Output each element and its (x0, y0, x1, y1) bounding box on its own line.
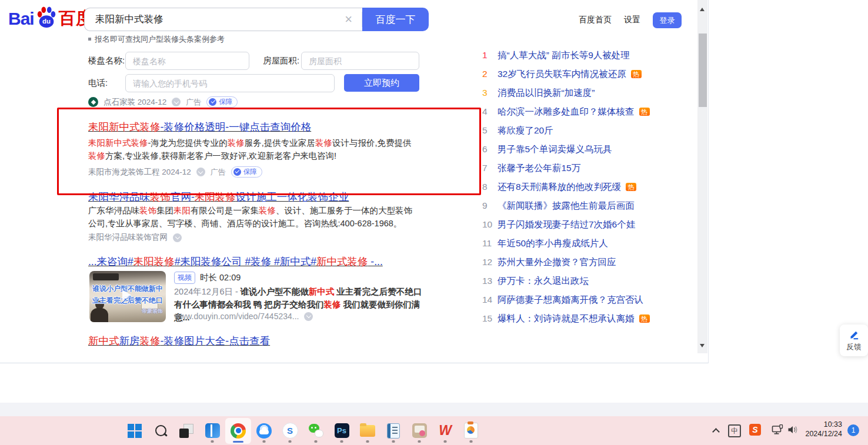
hot-item-10[interactable]: 10 男子闪婚发现妻子结过7次婚6个娃 (482, 215, 701, 234)
hot-item-link[interactable]: 伊万卡：永久退出政坛 (498, 275, 589, 287)
hot-item-9[interactable]: 9 《新闻联播》披露他生前最后画面 (482, 196, 701, 215)
notification-badge[interactable]: 1 (847, 424, 859, 436)
hot-item-3[interactable]: 3 消费品以旧换新“加速度” (482, 83, 701, 102)
page-scrollbar[interactable] (697, 0, 707, 353)
thumbnail-ceiling-vent (93, 273, 119, 280)
result3-title-link[interactable]: ...来咨询#耒阳装修#耒阳装修公司 #装修 #新中式#新中式装修 -... (88, 255, 383, 269)
tray-chevron-up-icon[interactable] (713, 427, 719, 433)
result3-url[interactable]: www.douyin.com/video/7445234... (174, 312, 299, 321)
form-teaser: 报名即可查找同户型装修头条案例参考 (88, 35, 335, 43)
hot-item-link[interactable]: 消费品以旧换新“加速度” (498, 87, 595, 99)
cloud-app-icon (256, 423, 272, 439)
result1-title-link[interactable]: 耒阳新中式装修-装修价格透明-一键点击查询价格 (88, 120, 311, 134)
hot-item-11[interactable]: 11 年近50的李小冉瘦成纸片人 (482, 234, 701, 253)
hot-item-link[interactable]: 蒋欣瘦了20斤 (498, 125, 553, 137)
clipboard-app-button[interactable] (458, 418, 484, 444)
hot-item-link[interactable]: 男子闪婚发现妻子结过7次婚6个娃 (498, 219, 635, 231)
hot-rank: 13 (482, 276, 498, 286)
hot-item-link[interactable]: 还有8天刑满释放的他改判死缓 (498, 181, 621, 193)
nav-baidu-home[interactable]: 百度首页 (579, 15, 612, 25)
hot-item-link[interactable]: 年近50的李小冉瘦成纸片人 (498, 237, 608, 250)
chevron-down-icon[interactable] (196, 168, 205, 176)
feedback-button[interactable]: 反馈 (840, 324, 868, 356)
browser-app-button[interactable] (199, 418, 225, 444)
running-indicator (340, 440, 343, 443)
taskbar-clock[interactable]: 10:33 2024/12/24 (803, 420, 842, 439)
hot-item-14[interactable]: 14 阿萨德妻子想离婚离开俄？克宫否认 (482, 290, 701, 309)
cloud-app-button[interactable] (251, 418, 277, 444)
photo-app-button[interactable] (406, 418, 432, 444)
desktop-strip (0, 403, 868, 416)
guarantee-badge[interactable]: 保障 (206, 96, 238, 108)
network-icon[interactable] (772, 424, 783, 437)
file-explorer-button[interactable] (355, 418, 380, 444)
hot-item-1[interactable]: 1 搞“人草大战” 副市长等9人被处理 (482, 46, 701, 65)
chevron-down-icon[interactable] (172, 98, 181, 106)
hot-item-4[interactable]: 4 哈尔滨一冰雕多处血印？媒体核查 热 (482, 102, 701, 121)
hot-item-13[interactable]: 13 伊万卡：永久退出政坛 (482, 272, 701, 290)
hot-item-link[interactable]: 哈尔滨一冰雕多处血印？媒体核查 (498, 106, 635, 118)
hot-item-link[interactable]: 《新闻联播》披露他生前最后画面 (498, 200, 635, 212)
house-area-input[interactable] (301, 52, 419, 70)
play-icon[interactable] (122, 290, 131, 300)
photoshop-button[interactable]: Ps (329, 418, 355, 444)
login-button[interactable]: 登录 (653, 12, 682, 28)
video-thumbnail[interactable]: 谁说小户型不能做新中式 业主看完之后赞不绝口 帝豪装饰 (89, 271, 166, 322)
hot-item-6[interactable]: 6 男子靠5个单词卖爆义乌玩具 (482, 140, 701, 159)
chrome-button[interactable] (225, 418, 251, 444)
hot-item-link[interactable]: 阿萨德妻子想离婚离开俄？克宫否认 (498, 294, 643, 306)
hot-item-link[interactable]: 苏州大量外企撤资？官方回应 (498, 256, 616, 269)
scroll-up-icon[interactable] (700, 8, 705, 11)
pencil-icon (849, 329, 860, 340)
scroll-down-icon[interactable] (700, 344, 705, 347)
book-now-button[interactable]: 立即预约 (344, 74, 419, 92)
hot-item-link[interactable]: 爆料人：刘诗诗就是不想承认离婚 (498, 313, 635, 325)
search-input[interactable] (85, 14, 342, 25)
snipping-tool-button[interactable] (173, 418, 199, 444)
clear-search-icon[interactable]: × (342, 13, 355, 26)
folder-icon (360, 425, 375, 437)
phone-input[interactable] (125, 74, 335, 92)
thumbnail-person (91, 308, 108, 322)
hot-item-link[interactable]: 张馨予老公年薪15万 (498, 162, 580, 175)
taskbar-search-button[interactable] (148, 418, 173, 444)
ime-indicator[interactable]: 中 (728, 424, 741, 437)
notepad-button[interactable] (380, 418, 406, 444)
nav-settings[interactable]: 设置 (624, 15, 640, 25)
baidu-logo[interactable]: Bai du 百度 (8, 6, 93, 32)
guarantee-badge[interactable]: 保障 (231, 166, 262, 178)
sogou-input-icon[interactable]: S (749, 424, 761, 436)
hot-item-8[interactable]: 8 还有8天刑满释放的他改判死缓 热 (482, 178, 701, 196)
photoshop-icon: Ps (335, 423, 349, 438)
hot-rank: 12 (482, 257, 498, 267)
result3-url-row: www.douyin.com/video/7445234... (174, 312, 313, 321)
chevron-down-icon[interactable] (173, 233, 182, 242)
result4-title-link[interactable]: 新中式新房装修-装修图片大全-点击查看 (88, 334, 270, 348)
wechat-button[interactable] (303, 418, 329, 444)
hot-rank: 2 (482, 69, 498, 79)
s-app-button[interactable]: S (277, 418, 303, 444)
hot-item-15[interactable]: 15 爆料人：刘诗诗就是不想承认离婚 热 (482, 309, 701, 328)
hot-item-2[interactable]: 2 32岁飞行员失联车内情况被还原 热 (482, 65, 701, 83)
result2-title-link[interactable]: 耒阳华浔品味装饰官网-耒阳装修设计施工一体化装饰企业 (88, 190, 349, 204)
hot-rank: 8 (482, 182, 498, 192)
clipboard-app-icon (464, 423, 478, 439)
scrollbar-thumb[interactable] (699, 34, 707, 107)
hot-item-7[interactable]: 7 张馨予老公年薪15万 (482, 159, 701, 178)
hot-item-link[interactable]: 男子靠5个单词卖爆义乌玩具 (498, 143, 612, 156)
chevron-down-icon[interactable] (304, 312, 313, 321)
start-button[interactable] (122, 418, 148, 444)
building-name-input[interactable] (125, 52, 249, 70)
hot-rank: 7 (482, 163, 498, 173)
wps-button[interactable]: W (432, 418, 458, 444)
hot-item-link[interactable]: 搞“人草大战” 副市长等9人被处理 (498, 49, 630, 62)
feedback-label: 反馈 (847, 342, 862, 352)
hot-badge: 热 (639, 108, 650, 116)
hot-rank: 15 (482, 313, 498, 324)
hot-item-5[interactable]: 5 蒋欣瘦了20斤 (482, 121, 701, 140)
hot-item-link[interactable]: 32岁飞行员失联车内情况被还原 (498, 68, 626, 81)
volume-icon[interactable] (787, 424, 799, 437)
result2-source-text: 耒阳华浔品味装饰官网 (88, 232, 168, 243)
hot-item-12[interactable]: 12 苏州大量外企撤资？官方回应 (482, 253, 701, 272)
baidu-search-button[interactable]: 百度一下 (362, 8, 429, 31)
